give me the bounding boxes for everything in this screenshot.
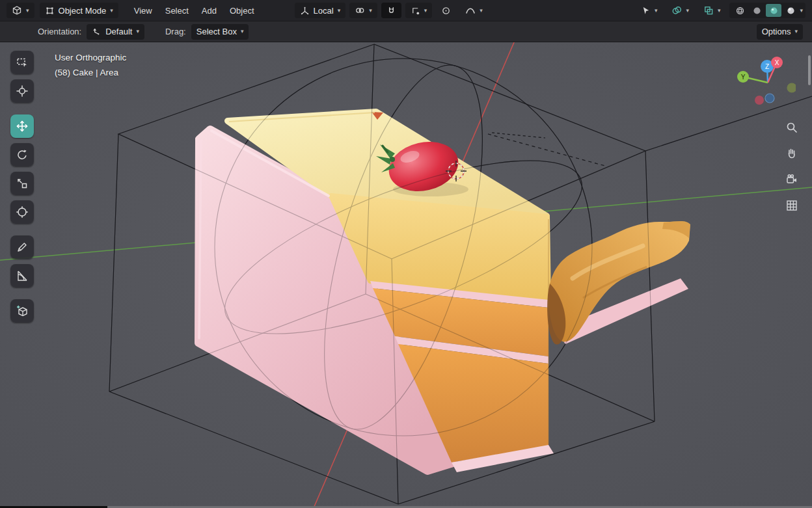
cursor-tool-icon — [16, 85, 29, 98]
editor-type-icon — [12, 5, 22, 16]
orientation-axes-icon — [300, 6, 310, 16]
proportional-editing-toggle[interactable] — [436, 3, 456, 18]
chevron-down-icon: ▾ — [655, 8, 658, 14]
menu-object[interactable]: Object — [223, 6, 261, 16]
strawberry-calyx — [390, 157, 395, 162]
overlays-icon — [671, 5, 682, 16]
transform-tool-icon — [16, 206, 29, 219]
options-button[interactable]: Options ▾ — [757, 24, 803, 40]
chevron-down-icon: ▾ — [424, 8, 427, 14]
shading-material-button[interactable] — [766, 4, 781, 17]
chevron-down-icon: ▾ — [338, 8, 341, 14]
gizmo-x-label: X — [775, 59, 779, 66]
chevron-down-icon: ▾ — [480, 8, 483, 14]
xray-icon — [703, 5, 714, 16]
viewport-shading-group: ▾ — [729, 3, 805, 18]
shading-wireframe-button[interactable] — [732, 4, 748, 17]
gizmo-arrow-icon — [641, 6, 651, 16]
pivot-point-icon — [355, 5, 365, 16]
toolbar — [10, 51, 34, 323]
object-mode-icon — [45, 6, 55, 16]
pan-view-button[interactable] — [783, 145, 800, 162]
scale-tool-button[interactable] — [10, 172, 34, 195]
menu-view[interactable]: View — [128, 6, 159, 16]
shading-rendered-icon — [786, 6, 796, 16]
gizmo-y-negative[interactable] — [787, 83, 796, 92]
blender-3d-viewport-window: ▾ Object Mode ▾ View Select Add Object — [0, 0, 812, 508]
orientation-select[interactable]: Default ▾ — [87, 24, 144, 40]
viewport[interactable]: User Orthographic (58) Cake | Area — [0, 42, 812, 506]
chevron-down-icon: ▾ — [369, 8, 372, 14]
shading-material-icon — [769, 6, 779, 16]
move-tool-icon — [16, 120, 29, 133]
menu-add[interactable]: Add — [195, 6, 223, 16]
cursor-tool-button[interactable] — [10, 79, 34, 103]
proportional-editing-icon — [441, 6, 451, 16]
transform-tool-button[interactable] — [10, 200, 34, 224]
ortho-toggle-button[interactable] — [783, 197, 800, 214]
rotate-tool-icon — [16, 148, 29, 161]
chevron-down-icon: ▾ — [718, 8, 721, 14]
chevron-down-icon: ▾ — [110, 8, 113, 14]
drag-select[interactable]: Select Box ▾ — [191, 24, 249, 40]
falloff-curve-icon — [465, 5, 476, 16]
camera-view-button[interactable] — [783, 171, 800, 188]
tool-settings-bar: Orientation: Default ▾ Drag: Select Box … — [0, 21, 812, 42]
orientation-axes-icon — [92, 27, 102, 36]
select-box-icon — [16, 56, 29, 69]
chevron-down-icon: ▾ — [136, 29, 139, 34]
scale-tool-icon — [16, 177, 29, 190]
show-overlays-button[interactable]: ▾ — [666, 3, 694, 18]
show-gizmos-button[interactable]: ▾ — [636, 3, 663, 18]
hand-icon — [785, 147, 798, 160]
annotate-pen-icon — [16, 241, 29, 254]
gizmo-x-negative[interactable] — [755, 96, 764, 105]
navigation-gizmo[interactable]: Y Z X — [718, 54, 796, 114]
editor-type-button[interactable]: ▾ — [7, 3, 34, 18]
shading-rendered-button[interactable] — [783, 4, 798, 17]
chevron-down-icon: ▾ — [26, 8, 29, 14]
snap-toggle-button[interactable] — [381, 3, 401, 18]
mode-select[interactable]: Object Mode ▾ — [40, 3, 118, 18]
mode-select-label: Object Mode — [59, 6, 107, 16]
snap-magnet-icon — [386, 6, 396, 16]
view-controls — [783, 119, 800, 214]
gizmo-z-negative[interactable] — [765, 94, 774, 103]
chevron-down-icon: ▾ — [794, 29, 798, 34]
orientation-value: Default — [105, 27, 132, 36]
gizmo-z-label: Z — [765, 63, 769, 70]
orientation-select-label: Local — [314, 6, 334, 16]
zoom-view-button[interactable] — [783, 119, 800, 136]
measure-tool-button[interactable] — [10, 264, 34, 287]
shading-solid-button[interactable] — [749, 4, 765, 17]
transform-orientation-select[interactable]: Local ▾ — [295, 3, 346, 18]
viewport-3d-scene[interactable] — [0, 42, 812, 506]
menu-select[interactable]: Select — [159, 6, 195, 16]
proportional-falloff-select[interactable]: ▾ — [460, 3, 488, 18]
measure-tool-icon — [16, 269, 29, 282]
shading-settings-button[interactable]: ▾ — [800, 8, 803, 14]
snap-target-icon — [411, 6, 420, 16]
rotate-tool-button[interactable] — [10, 143, 34, 167]
shading-wireframe-icon — [735, 6, 745, 16]
annotate-tool-button[interactable] — [10, 235, 34, 259]
grid-icon — [785, 199, 798, 212]
select-box-tool-button[interactable] — [10, 51, 34, 74]
viewport-header: ▾ Object Mode ▾ View Select Add Object — [0, 0, 812, 21]
chevron-down-icon: ▾ — [241, 29, 244, 34]
viewport-scrollbar[interactable] — [808, 55, 811, 85]
zoom-icon — [785, 121, 798, 134]
toggle-xray-button[interactable]: ▾ — [698, 3, 726, 18]
gizmo-y-label: Y — [741, 74, 746, 81]
chevron-down-icon: ▾ — [686, 8, 689, 14]
add-cube-tool-button[interactable] — [10, 299, 34, 323]
shading-solid-icon — [752, 6, 762, 16]
camera-icon — [785, 173, 798, 186]
pivot-point-select[interactable]: ▾ — [349, 3, 377, 18]
drag-label: Drag: — [165, 27, 186, 36]
move-tool-button[interactable] — [10, 114, 34, 138]
options-label: Options — [762, 27, 791, 36]
snap-target-select[interactable]: ▾ — [405, 3, 433, 18]
add-cube-icon — [16, 304, 29, 317]
header-menubar: View Select Add Object — [128, 6, 261, 16]
